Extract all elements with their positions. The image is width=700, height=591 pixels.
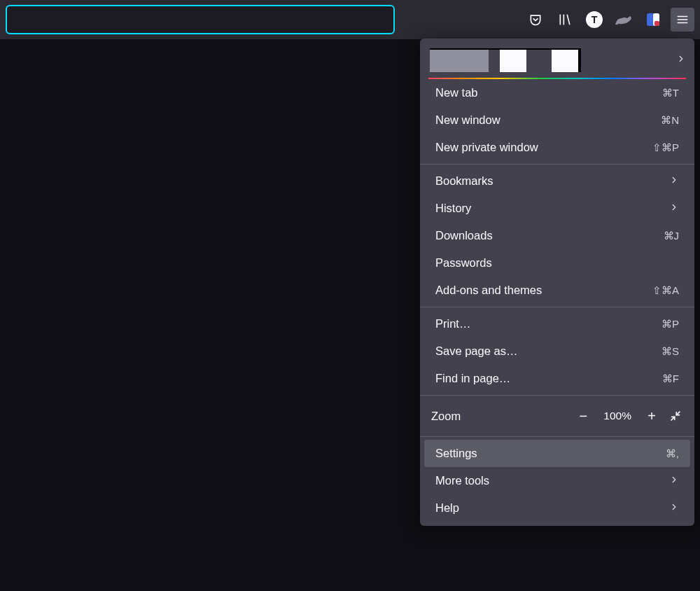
menu-item-add-ons-and-themes[interactable]: Add-ons and themes⇧⌘A — [424, 277, 690, 304]
library-icon[interactable] — [553, 8, 577, 32]
account-menu-item[interactable] — [420, 43, 694, 78]
menu-item-downloads[interactable]: Downloads⌘J — [424, 222, 690, 249]
svg-line-2 — [567, 15, 569, 24]
menu-shortcut: ⇧⌘P — [652, 141, 679, 154]
chevron-right-icon — [669, 174, 679, 188]
menu-item-new-tab[interactable]: New tab⌘T — [424, 79, 690, 106]
menu-item-label: Settings — [435, 447, 477, 460]
browser-toolbar: T — [0, 0, 700, 39]
menu-item-new-window[interactable]: New window⌘N — [424, 106, 690, 134]
url-bar[interactable] — [6, 5, 395, 34]
chevron-right-icon — [669, 474, 679, 487]
menu-item-passwords[interactable]: Passwords — [424, 249, 690, 277]
menu-item-find-in-page[interactable]: Find in page…⌘F — [424, 365, 690, 392]
menu-separator — [420, 436, 694, 437]
menu-item-label: New private window — [435, 141, 538, 154]
menu-item-new-private-window[interactable]: New private window⇧⌘P — [424, 134, 690, 161]
zoom-in-button[interactable]: + — [641, 405, 662, 426]
menu-item-help[interactable]: Help — [424, 494, 690, 522]
chevron-right-icon — [669, 202, 679, 215]
account-icon[interactable]: T — [582, 8, 606, 32]
menu-shortcut: ⌘S — [662, 345, 679, 358]
zoom-out-button[interactable]: − — [573, 405, 594, 426]
menu-item-label: New window — [435, 113, 500, 127]
menu-item-label: Add-ons and themes — [435, 284, 542, 297]
menu-item-label: New tab — [435, 86, 478, 99]
menu-item-label: Print… — [435, 317, 470, 331]
zoom-label: Zoom — [431, 410, 573, 423]
menu-separator — [420, 307, 694, 307]
menu-item-label: History — [435, 202, 471, 215]
menu-shortcut: ⌘J — [664, 230, 680, 242]
menu-shortcut: ⌘F — [662, 373, 679, 385]
menu-item-zoom: Zoom−100%+ — [420, 398, 694, 433]
menu-shortcut: ⌘T — [662, 87, 679, 99]
chevron-right-icon — [669, 501, 679, 515]
menu-item-label: Help — [435, 501, 459, 515]
zoom-controls: −100%+ — [573, 405, 686, 426]
hamburger-menu-icon[interactable] — [671, 8, 694, 32]
menu-item-settings[interactable]: Settings⌘, — [424, 440, 690, 467]
menu-item-label: Passwords — [435, 256, 492, 270]
menu-item-label: More tools — [435, 474, 489, 487]
menu-item-history[interactable]: History — [424, 195, 690, 222]
menu-item-label: Downloads — [435, 229, 493, 242]
account-info-redacted — [430, 48, 581, 72]
menu-item-label: Find in page… — [435, 372, 510, 385]
menu-item-label: Bookmarks — [435, 174, 493, 188]
app-menu-dropdown: New tab⌘TNew window⌘NNew private window⇧… — [420, 39, 694, 526]
menu-item-more-tools[interactable]: More tools — [424, 467, 690, 494]
pocket-icon[interactable] — [524, 8, 547, 32]
menu-shortcut: ⌘P — [662, 318, 679, 331]
menu-item-bookmarks[interactable]: Bookmarks — [424, 167, 690, 195]
menu-separator — [420, 395, 694, 396]
svg-rect-6 — [654, 21, 659, 26]
menu-shortcut: ⇧⌘A — [652, 284, 679, 297]
account-avatar: T — [586, 11, 603, 28]
chevron-right-icon — [676, 54, 686, 67]
zoom-value: 100% — [596, 410, 638, 422]
toolbar-icons: T — [524, 8, 694, 32]
extension-shield-icon[interactable] — [641, 8, 665, 32]
fullscreen-button[interactable] — [665, 405, 686, 426]
menu-item-save-page-as[interactable]: Save page as…⌘S — [424, 338, 690, 365]
menu-item-label: Save page as… — [435, 345, 517, 358]
menu-separator — [420, 164, 694, 165]
menu-shortcut: ⌘N — [661, 114, 679, 127]
menu-shortcut: ⌘, — [666, 447, 679, 460]
menu-item-print[interactable]: Print…⌘P — [424, 310, 690, 338]
svg-point-3 — [615, 23, 618, 25]
extension-animal-icon[interactable] — [612, 8, 636, 32]
